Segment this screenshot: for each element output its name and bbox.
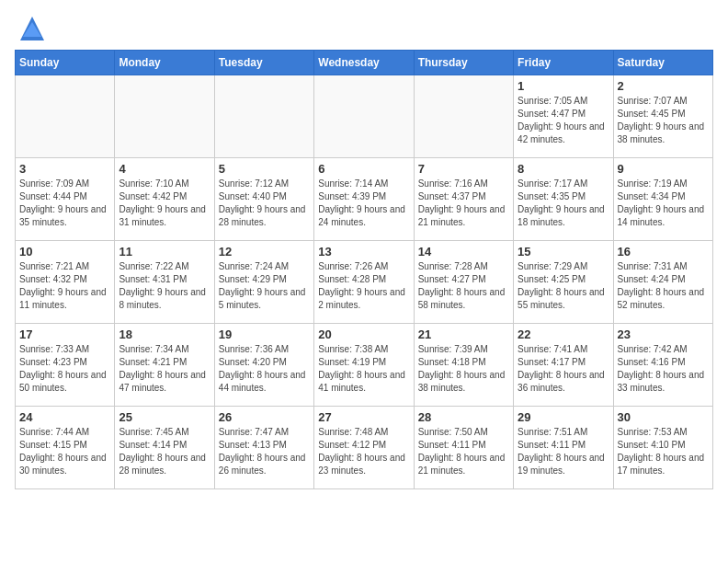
calendar-cell: 7Sunrise: 7:16 AM Sunset: 4:37 PM Daylig… <box>414 158 513 241</box>
calendar-header-sunday: Sunday <box>16 51 115 75</box>
calendar-week-row: 10Sunrise: 7:21 AM Sunset: 4:32 PM Dayli… <box>16 241 713 324</box>
calendar-header-tuesday: Tuesday <box>214 51 313 75</box>
day-number: 6 <box>318 162 409 176</box>
calendar-cell: 15Sunrise: 7:29 AM Sunset: 4:25 PM Dayli… <box>514 241 613 324</box>
day-number: 8 <box>518 162 609 176</box>
day-detail: Sunrise: 7:19 AM Sunset: 4:34 PM Dayligh… <box>618 178 709 229</box>
logo-icon <box>18 15 46 42</box>
day-number: 24 <box>19 410 110 424</box>
calendar-cell: 18Sunrise: 7:34 AM Sunset: 4:21 PM Dayli… <box>115 324 214 407</box>
calendar-week-row: 24Sunrise: 7:44 AM Sunset: 4:15 PM Dayli… <box>16 407 713 489</box>
day-detail: Sunrise: 7:24 AM Sunset: 4:29 PM Dayligh… <box>219 260 310 312</box>
calendar-cell <box>214 75 313 158</box>
day-number: 18 <box>119 327 210 341</box>
calendar-cell: 28Sunrise: 7:50 AM Sunset: 4:11 PM Dayli… <box>414 407 513 489</box>
calendar-cell: 13Sunrise: 7:26 AM Sunset: 4:28 PM Dayli… <box>314 241 414 324</box>
day-detail: Sunrise: 7:38 AM Sunset: 4:19 PM Dayligh… <box>318 343 409 395</box>
day-detail: Sunrise: 7:22 AM Sunset: 4:31 PM Dayligh… <box>119 260 210 312</box>
calendar-header-friday: Friday <box>514 51 613 75</box>
day-detail: Sunrise: 7:26 AM Sunset: 4:28 PM Dayligh… <box>318 260 409 312</box>
day-number: 26 <box>219 410 310 424</box>
calendar-cell: 2Sunrise: 7:07 AM Sunset: 4:45 PM Daylig… <box>613 75 712 158</box>
calendar-header-row: SundayMondayTuesdayWednesdayThursdayFrid… <box>16 51 713 75</box>
calendar-cell: 8Sunrise: 7:17 AM Sunset: 4:35 PM Daylig… <box>514 158 613 241</box>
day-detail: Sunrise: 7:36 AM Sunset: 4:20 PM Dayligh… <box>219 343 310 395</box>
calendar-cell: 20Sunrise: 7:38 AM Sunset: 4:19 PM Dayli… <box>314 324 414 407</box>
day-detail: Sunrise: 7:39 AM Sunset: 4:18 PM Dayligh… <box>418 343 509 395</box>
day-detail: Sunrise: 7:34 AM Sunset: 4:21 PM Dayligh… <box>119 343 210 395</box>
day-detail: Sunrise: 7:50 AM Sunset: 4:11 PM Dayligh… <box>418 426 509 477</box>
calendar-cell: 30Sunrise: 7:53 AM Sunset: 4:10 PM Dayli… <box>613 407 712 489</box>
calendar-cell: 24Sunrise: 7:44 AM Sunset: 4:15 PM Dayli… <box>16 407 115 489</box>
day-number: 23 <box>618 327 709 341</box>
calendar-cell: 25Sunrise: 7:45 AM Sunset: 4:14 PM Dayli… <box>115 407 214 489</box>
day-number: 1 <box>518 79 609 93</box>
day-detail: Sunrise: 7:45 AM Sunset: 4:14 PM Dayligh… <box>119 426 210 477</box>
day-number: 2 <box>618 79 709 93</box>
calendar-cell: 3Sunrise: 7:09 AM Sunset: 4:44 PM Daylig… <box>16 158 115 241</box>
day-number: 7 <box>418 162 509 176</box>
calendar-cell: 22Sunrise: 7:41 AM Sunset: 4:17 PM Dayli… <box>514 324 613 407</box>
calendar-cell: 27Sunrise: 7:48 AM Sunset: 4:12 PM Dayli… <box>314 407 414 489</box>
day-number: 17 <box>19 327 110 341</box>
calendar-cell: 26Sunrise: 7:47 AM Sunset: 4:13 PM Dayli… <box>214 407 313 489</box>
calendar-week-row: 17Sunrise: 7:33 AM Sunset: 4:23 PM Dayli… <box>16 324 713 407</box>
day-number: 10 <box>19 245 110 259</box>
day-detail: Sunrise: 7:51 AM Sunset: 4:11 PM Dayligh… <box>518 426 609 477</box>
day-detail: Sunrise: 7:41 AM Sunset: 4:17 PM Dayligh… <box>518 343 609 395</box>
day-detail: Sunrise: 7:12 AM Sunset: 4:40 PM Dayligh… <box>219 178 310 229</box>
day-number: 15 <box>518 245 609 259</box>
calendar-header-saturday: Saturday <box>613 51 712 75</box>
calendar-cell: 14Sunrise: 7:28 AM Sunset: 4:27 PM Dayli… <box>414 241 513 324</box>
day-number: 3 <box>19 162 110 176</box>
day-number: 5 <box>219 162 310 176</box>
day-detail: Sunrise: 7:47 AM Sunset: 4:13 PM Dayligh… <box>219 426 310 477</box>
day-number: 25 <box>119 410 210 424</box>
day-detail: Sunrise: 7:33 AM Sunset: 4:23 PM Dayligh… <box>19 343 110 395</box>
calendar-cell: 4Sunrise: 7:10 AM Sunset: 4:42 PM Daylig… <box>115 158 214 241</box>
calendar-cell: 11Sunrise: 7:22 AM Sunset: 4:31 PM Dayli… <box>115 241 214 324</box>
calendar-cell: 21Sunrise: 7:39 AM Sunset: 4:18 PM Dayli… <box>414 324 513 407</box>
day-detail: Sunrise: 7:44 AM Sunset: 4:15 PM Dayligh… <box>19 426 110 477</box>
day-number: 30 <box>618 410 709 424</box>
calendar-cell <box>314 75 414 158</box>
day-number: 13 <box>318 245 409 259</box>
calendar-cell: 1Sunrise: 7:05 AM Sunset: 4:47 PM Daylig… <box>514 75 613 158</box>
calendar-table: SundayMondayTuesdayWednesdayThursdayFrid… <box>15 50 713 489</box>
day-number: 19 <box>219 327 310 341</box>
day-number: 29 <box>518 410 609 424</box>
day-number: 9 <box>618 162 709 176</box>
logo <box>15 15 46 42</box>
day-number: 12 <box>219 245 310 259</box>
day-number: 28 <box>418 410 509 424</box>
day-number: 4 <box>119 162 210 176</box>
calendar-cell: 23Sunrise: 7:42 AM Sunset: 4:16 PM Dayli… <box>613 324 712 407</box>
day-number: 11 <box>119 245 210 259</box>
calendar-cell: 29Sunrise: 7:51 AM Sunset: 4:11 PM Dayli… <box>514 407 613 489</box>
day-number: 27 <box>318 410 409 424</box>
day-number: 14 <box>418 245 509 259</box>
day-detail: Sunrise: 7:17 AM Sunset: 4:35 PM Dayligh… <box>518 178 609 229</box>
day-number: 22 <box>518 327 609 341</box>
day-number: 16 <box>618 245 709 259</box>
calendar-cell: 10Sunrise: 7:21 AM Sunset: 4:32 PM Dayli… <box>16 241 115 324</box>
day-detail: Sunrise: 7:31 AM Sunset: 4:24 PM Dayligh… <box>618 260 709 312</box>
calendar-cell <box>16 75 115 158</box>
day-detail: Sunrise: 7:28 AM Sunset: 4:27 PM Dayligh… <box>418 260 509 312</box>
day-detail: Sunrise: 7:07 AM Sunset: 4:45 PM Dayligh… <box>618 95 709 146</box>
calendar-cell: 17Sunrise: 7:33 AM Sunset: 4:23 PM Dayli… <box>16 324 115 407</box>
calendar-week-row: 1Sunrise: 7:05 AM Sunset: 4:47 PM Daylig… <box>16 75 713 158</box>
day-detail: Sunrise: 7:14 AM Sunset: 4:39 PM Dayligh… <box>318 178 409 229</box>
calendar-cell: 19Sunrise: 7:36 AM Sunset: 4:20 PM Dayli… <box>214 324 313 407</box>
calendar-cell: 12Sunrise: 7:24 AM Sunset: 4:29 PM Dayli… <box>214 241 313 324</box>
day-detail: Sunrise: 7:09 AM Sunset: 4:44 PM Dayligh… <box>19 178 110 229</box>
calendar-cell: 9Sunrise: 7:19 AM Sunset: 4:34 PM Daylig… <box>613 158 712 241</box>
day-detail: Sunrise: 7:48 AM Sunset: 4:12 PM Dayligh… <box>318 426 409 477</box>
page-header <box>15 15 713 42</box>
calendar-cell: 16Sunrise: 7:31 AM Sunset: 4:24 PM Dayli… <box>613 241 712 324</box>
calendar-header-thursday: Thursday <box>414 51 513 75</box>
day-detail: Sunrise: 7:42 AM Sunset: 4:16 PM Dayligh… <box>618 343 709 395</box>
day-detail: Sunrise: 7:29 AM Sunset: 4:25 PM Dayligh… <box>518 260 609 312</box>
calendar-cell <box>414 75 513 158</box>
day-detail: Sunrise: 7:10 AM Sunset: 4:42 PM Dayligh… <box>119 178 210 229</box>
